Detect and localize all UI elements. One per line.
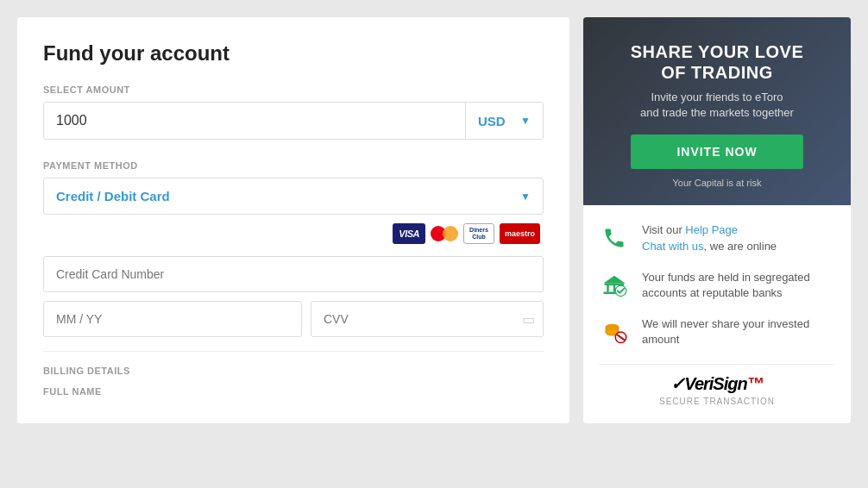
info-item-privacy: We will never share your invested amount [599,316,835,347]
card-bottom-row: ▭ [43,301,544,337]
info-section: Visit our Help Page Chat with us, we are… [583,205,851,422]
amount-row: USD ▼ [43,102,544,140]
payment-method-label: PAYMENT METHOD [43,160,544,171]
currency-selector[interactable]: USD ▼ [465,103,543,139]
left-panel: Fund your account SELECT AMOUNT USD ▼ PA… [17,17,569,423]
bank-text: Your funds are held in segregated accoun… [642,270,835,301]
diners-logo: DinersClub [463,223,494,244]
chat-link[interactable]: Chat with us [642,240,704,253]
expiry-input[interactable] [43,301,302,337]
payment-method-dropdown[interactable]: Credit / Debit Card ▼ [43,178,544,215]
promo-subtitle: Invite your friends to eToroand trade th… [631,90,804,121]
info-item-bank: Your funds are held in segregated accoun… [599,270,835,301]
payment-method-value: Credit / Debit Card [56,189,170,203]
mastercard-logo [431,224,458,243]
maestro-logo: maestro [500,223,540,244]
privacy-text: We will never share your invested amount [642,316,835,347]
currency-value: USD [478,114,506,128]
help-page-link[interactable]: Help Page [685,223,738,236]
payment-method-section: PAYMENT METHOD Credit / Debit Card ▼ VIS… [43,160,544,337]
promo-disclaimer: Your Capital is at risk [631,178,804,188]
promo-content: SHARE YOUR LOVEOF TRADING Invite your fr… [631,41,804,188]
fullname-label: FULL NAME [43,386,544,397]
right-panel: SHARE YOUR LOVEOF TRADING Invite your fr… [583,17,851,423]
verisign-logo: ✓VeriSign™ [599,373,835,394]
amount-label: SELECT AMOUNT [43,84,544,95]
verisign-subtitle: SECURE TRANSACTION [599,397,835,406]
billing-section: BILLING DETAILS FULL NAME [43,351,544,397]
promo-banner: SHARE YOUR LOVEOF TRADING Invite your fr… [583,17,851,205]
cvv-input[interactable] [311,301,544,337]
credit-card-number-input[interactable] [43,256,544,292]
visa-logo: VISA [393,223,425,244]
help-text: Visit our Help Page Chat with us, we are… [642,222,777,253]
chevron-down-icon: ▼ [520,191,531,203]
invite-now-button[interactable]: INVITE NOW [631,135,804,169]
bank-icon [599,270,630,301]
page-wrapper: Fund your account SELECT AMOUNT USD ▼ PA… [17,17,851,423]
info-item-help: Visit our Help Page Chat with us, we are… [599,222,835,253]
chevron-down-icon: ▼ [520,115,531,127]
billing-label: BILLING DETAILS [43,366,544,376]
coins-icon [599,316,630,347]
verisign-section: ✓VeriSign™ SECURE TRANSACTION [599,364,835,406]
phone-icon [599,222,630,253]
cvv-wrapper: ▭ [311,301,544,337]
svg-rect-2 [607,285,609,292]
amount-input[interactable] [44,103,465,139]
card-icon: ▭ [522,311,535,328]
page-title: Fund your account [43,41,544,66]
svg-marker-5 [604,276,626,284]
promo-title: SHARE YOUR LOVEOF TRADING [631,41,804,83]
card-logos: VISA DinersClub maestro [43,223,544,244]
